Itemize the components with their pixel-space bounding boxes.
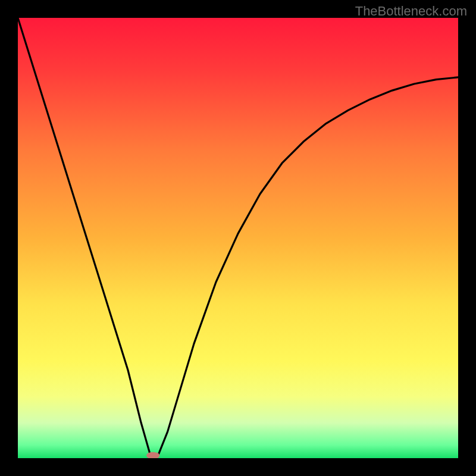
watermark-text: TheBottleneck.com <box>355 4 467 19</box>
chart-frame: TheBottleneck.com <box>0 0 476 476</box>
chart-background <box>18 18 458 458</box>
chart-plot-area <box>18 18 458 458</box>
chart-svg <box>18 18 458 458</box>
